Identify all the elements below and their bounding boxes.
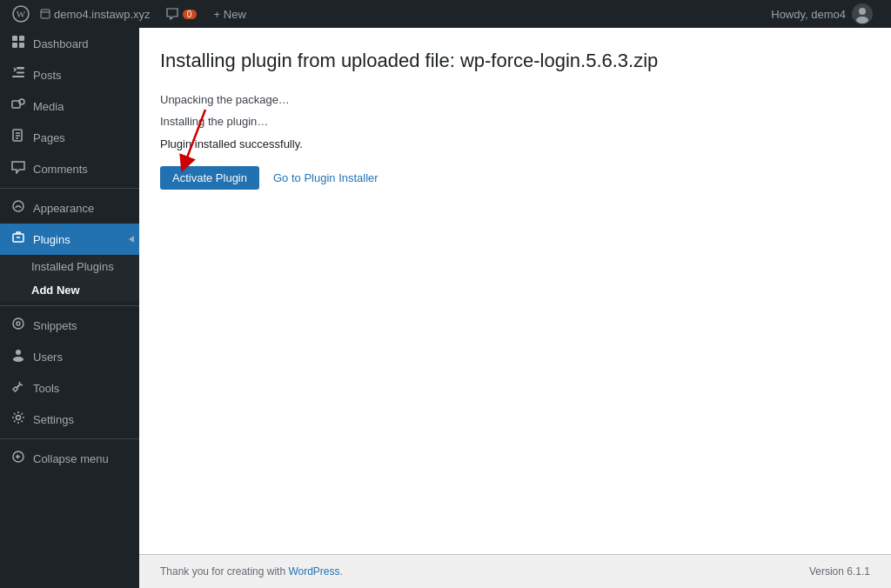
dashboard-label: Dashboard bbox=[33, 37, 89, 50]
add-new-label: Add New bbox=[31, 284, 80, 297]
tools-icon bbox=[10, 379, 26, 397]
sidebar-item-dashboard[interactable]: Dashboard bbox=[0, 28, 139, 59]
log-line-2: Installing the plugin… bbox=[160, 113, 870, 130]
sidebar-item-pages[interactable]: Pages bbox=[0, 122, 139, 153]
snippets-icon bbox=[10, 317, 26, 334]
plugins-label: Plugins bbox=[33, 233, 70, 246]
svg-point-22 bbox=[13, 318, 23, 329]
comments-menu-icon bbox=[10, 160, 26, 177]
separator-2 bbox=[0, 305, 139, 306]
page-title: Installing plugin from uploaded file: wp… bbox=[160, 49, 870, 74]
comments-label: Comments bbox=[33, 163, 88, 176]
layout: Dashboard Posts Media bbox=[0, 28, 891, 588]
sidebar-item-posts[interactable]: Posts bbox=[0, 59, 139, 90]
footer-credit: Thank you for creating with WordPress. bbox=[160, 565, 343, 578]
footer-period: . bbox=[340, 565, 343, 578]
activate-plugin-button[interactable]: Activate Plugin bbox=[160, 166, 259, 190]
settings-icon bbox=[10, 411, 26, 428]
svg-point-4 bbox=[859, 8, 866, 15]
footer-version: Version 6.1.1 bbox=[809, 565, 870, 578]
svg-point-25 bbox=[13, 357, 23, 362]
howdy-text: Howdy, demo4 bbox=[771, 8, 846, 21]
collapse-label: Collapse menu bbox=[33, 452, 109, 465]
media-icon bbox=[10, 97, 26, 115]
media-label: Media bbox=[33, 100, 64, 113]
users-label: Users bbox=[33, 351, 63, 364]
pages-icon bbox=[10, 129, 26, 146]
wp-logo[interactable]: W bbox=[9, 0, 33, 28]
main-content: Installing plugin from uploaded file: wp… bbox=[139, 28, 891, 588]
svg-rect-9 bbox=[19, 43, 24, 48]
svg-rect-6 bbox=[12, 36, 17, 41]
adminbar-new[interactable]: + New bbox=[205, 0, 255, 28]
tools-label: Tools bbox=[33, 382, 59, 395]
svg-rect-2 bbox=[41, 10, 50, 18]
dashboard-icon bbox=[10, 35, 26, 52]
sidebar-item-media[interactable]: Media bbox=[0, 90, 139, 122]
submenu-add-new[interactable]: Add New bbox=[0, 278, 139, 302]
sidebar-item-collapse[interactable]: Collapse menu bbox=[0, 443, 139, 474]
content-footer: Thank you for creating with WordPress. V… bbox=[139, 554, 891, 588]
plugins-icon bbox=[10, 231, 26, 248]
footer-thank-you: Thank you for creating with bbox=[160, 565, 288, 578]
separator-1 bbox=[0, 188, 139, 189]
appearance-icon bbox=[10, 199, 26, 217]
svg-point-26 bbox=[17, 416, 21, 420]
plugins-submenu: Installed Plugins Add New bbox=[0, 255, 139, 302]
posts-icon bbox=[10, 66, 26, 84]
svg-rect-12 bbox=[12, 76, 24, 77]
plugins-collapse-arrow bbox=[129, 236, 134, 243]
users-icon bbox=[10, 348, 26, 365]
wordpress-link[interactable]: WordPress bbox=[288, 565, 339, 578]
svg-rect-11 bbox=[17, 72, 24, 74]
submenu-installed-plugins[interactable]: Installed Plugins bbox=[0, 255, 139, 278]
admin-menu: Dashboard Posts Media bbox=[0, 28, 139, 588]
sidebar-item-settings[interactable]: Settings bbox=[0, 404, 139, 435]
sidebar-item-tools[interactable]: Tools bbox=[0, 372, 139, 404]
posts-label: Posts bbox=[33, 69, 62, 82]
installed-plugins-label: Installed Plugins bbox=[31, 260, 114, 273]
appearance-label: Appearance bbox=[33, 202, 94, 215]
site-name-label: demo4.instawp.xyz bbox=[54, 8, 151, 21]
adminbar-comments[interactable]: 0 bbox=[157, 0, 205, 28]
svg-point-5 bbox=[856, 17, 868, 23]
snippets-label: Snippets bbox=[33, 319, 77, 332]
log-line-3: Plugin installed successfully. bbox=[160, 136, 870, 153]
comments-count: 0 bbox=[183, 10, 197, 19]
log-line-1: Unpacking the package… bbox=[160, 91, 870, 109]
sidebar-item-appearance[interactable]: Appearance bbox=[0, 192, 139, 224]
sidebar-item-plugins[interactable]: Plugins bbox=[0, 224, 139, 255]
content-area: Installing plugin from uploaded file: wp… bbox=[139, 28, 891, 554]
svg-rect-7 bbox=[19, 36, 24, 41]
sidebar-item-comments[interactable]: Comments bbox=[0, 153, 139, 184]
pages-label: Pages bbox=[33, 131, 65, 144]
sidebar-item-users[interactable]: Users bbox=[0, 341, 139, 372]
go-to-installer-link[interactable]: Go to Plugin Installer bbox=[273, 171, 379, 184]
collapse-icon bbox=[10, 450, 26, 467]
svg-rect-8 bbox=[12, 43, 17, 48]
settings-label: Settings bbox=[33, 413, 74, 426]
svg-rect-10 bbox=[17, 67, 24, 70]
install-log: Unpacking the package… Installing the pl… bbox=[160, 91, 870, 153]
svg-point-24 bbox=[16, 350, 21, 355]
action-buttons: Activate Plugin Go to Plugin Installer bbox=[160, 166, 870, 190]
admin-bar: W demo4.instawp.xyz 0 + New Howdy, demo4 bbox=[0, 0, 891, 28]
new-label: + New bbox=[214, 8, 246, 21]
svg-text:W: W bbox=[17, 9, 26, 19]
svg-point-23 bbox=[17, 322, 20, 325]
adminbar-site[interactable]: demo4.instawp.xyz bbox=[33, 0, 157, 28]
sidebar-item-snippets[interactable]: Snippets bbox=[0, 310, 139, 341]
separator-3 bbox=[0, 438, 139, 439]
adminbar-howdy[interactable]: Howdy, demo4 bbox=[762, 0, 882, 28]
